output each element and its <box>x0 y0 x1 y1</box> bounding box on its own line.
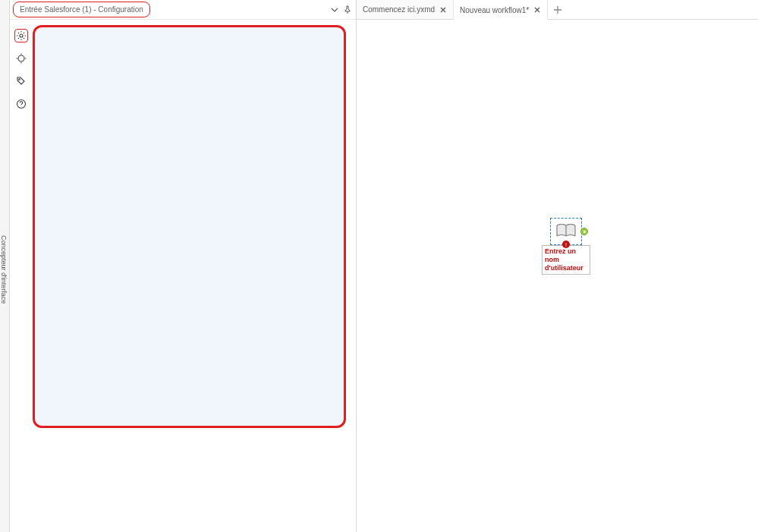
canvas-area: Commencez ici.yxmd Nouveau workflow1* <box>357 0 758 532</box>
workflow-canvas[interactable]: ! Entrez un nom d'utilisateur <box>357 20 758 532</box>
configuration-panel: Entrée Salesforce (1) - Configuration <box>10 0 357 532</box>
book-icon <box>555 222 577 241</box>
panel-header: Entrée Salesforce (1) - Configuration <box>10 0 356 20</box>
output-port[interactable] <box>580 228 588 235</box>
pin-icon[interactable] <box>342 5 353 15</box>
target-icon[interactable] <box>14 52 28 65</box>
svg-point-0 <box>20 34 23 37</box>
configuration-form-area[interactable] <box>33 25 346 428</box>
tool-column <box>10 20 33 532</box>
panel-title-wrap: Entrée Salesforce (1) - Configuration <box>13 2 327 17</box>
interface-designer-rail[interactable]: Concepteur d'interface <box>0 0 10 532</box>
svg-point-2 <box>19 79 20 80</box>
tab-label: Commencez ici.yxmd <box>363 5 435 14</box>
workflow-tabbar: Commencez ici.yxmd Nouveau workflow1* <box>357 0 758 20</box>
node-icon-box[interactable]: ! <box>550 218 582 245</box>
close-icon[interactable] <box>533 6 541 14</box>
close-icon[interactable] <box>439 6 447 14</box>
salesforce-input-node[interactable]: ! Entrez un nom d'utilisateur <box>542 218 590 275</box>
content-area <box>33 20 356 532</box>
tab-label: Nouveau workflow1* <box>460 6 529 14</box>
tab-nouveau-workflow[interactable]: Nouveau workflow1* <box>454 1 548 20</box>
add-tab-button[interactable] <box>548 0 568 19</box>
panel-title: Entrée Salesforce (1) - Configuration <box>13 2 150 17</box>
help-icon[interactable] <box>14 97 28 111</box>
gear-icon[interactable] <box>14 29 28 42</box>
svg-point-1 <box>18 55 24 61</box>
panel-body <box>10 20 356 532</box>
chevron-down-icon[interactable] <box>330 5 339 14</box>
rail-label: Concepteur d'interface <box>0 235 8 304</box>
node-error-label: Entrez un nom d'utilisateur <box>542 245 590 275</box>
tag-icon[interactable] <box>14 74 28 88</box>
tab-commencez-ici[interactable]: Commencez ici.yxmd <box>357 0 454 19</box>
alert-badge-icon: ! <box>562 241 570 248</box>
